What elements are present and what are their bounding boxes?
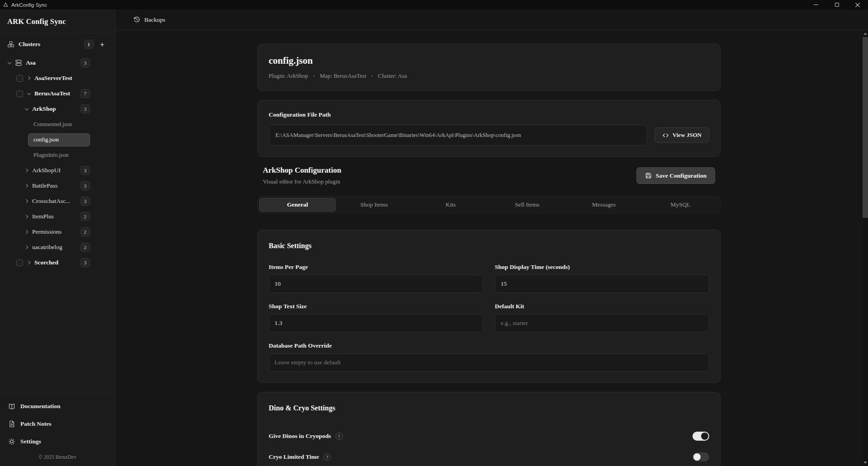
field-shop-display-time-seconds: Shop Display Time (seconds)	[495, 264, 709, 293]
sidebar-item-documentation[interactable]: Documentation	[5, 397, 109, 415]
chevron-down-icon[interactable]	[7, 61, 11, 65]
vertical-scrollbar[interactable]	[863, 30, 868, 466]
tree-item-uacatribelog[interactable]: uacatribelog2	[0, 240, 90, 255]
tree-item-arkshopui[interactable]: ArkShopUI3	[0, 163, 90, 178]
chevron-right-icon[interactable]	[24, 169, 28, 173]
boxes-icon	[7, 41, 14, 48]
count-badge: 7	[81, 89, 90, 98]
tab-general[interactable]: General	[259, 198, 336, 212]
dino-cryo-settings-title: Dino & Cryo Settings	[269, 404, 709, 412]
file-meta: Plugin: ArkShop•Map: BerusAsaTest•Cluste…	[269, 72, 709, 80]
file-path-label: Configuration File Path	[269, 111, 709, 118]
close-icon	[855, 3, 860, 7]
tab-kits[interactable]: Kits	[413, 198, 489, 212]
maximize-button[interactable]	[826, 0, 847, 9]
tree-item-crosschatasc[interactable]: CrosschatAsc...3	[0, 193, 90, 209]
sidebar-item-label: Settings	[20, 438, 41, 445]
count-badge: 3	[81, 258, 90, 267]
tab-sell-items[interactable]: Sell Items	[489, 198, 565, 212]
toggle-row-cryo-limited-time: Cryo Limited Time?	[269, 447, 709, 466]
sidebar-item-settings[interactable]: Settings	[5, 433, 109, 450]
database-path-override-input[interactable]	[269, 353, 709, 372]
tree-file-config-json[interactable]: config.json	[0, 132, 90, 147]
tree-item-permissions[interactable]: Permissions2	[0, 224, 90, 240]
gear-icon	[8, 438, 15, 445]
shop-text-size-input[interactable]	[269, 314, 483, 332]
tree-file-commented-json[interactable]: Commented.json	[0, 117, 90, 132]
sidebar-item-patch-notes[interactable]: Patch Notes	[5, 415, 109, 433]
file-text-icon	[8, 420, 15, 428]
tree-item-berusasatest[interactable]: BerusAsaTest7	[0, 86, 90, 101]
cryo-limited-time-toggle[interactable]	[693, 452, 709, 461]
tree-label: Scorched	[34, 259, 58, 266]
tree-checkbox[interactable]	[16, 90, 23, 97]
chevron-down-icon[interactable]	[24, 107, 28, 111]
default-kit-input[interactable]	[495, 314, 709, 332]
scroll-down-arrow-icon[interactable]	[863, 461, 867, 464]
minimize-button[interactable]	[806, 0, 826, 9]
clusters-label: Clusters	[19, 41, 40, 48]
file-path-card: Configuration File Path View JSON	[257, 100, 721, 157]
cluster-tree: Asa3AsaServerTestBerusAsaTest7ArkShop3Co…	[0, 52, 115, 393]
maximize-icon	[835, 3, 839, 7]
count-badge: 2	[81, 243, 90, 251]
field-label: Database Path Override	[269, 342, 709, 349]
content-scroll-area: config.json Plugin: ArkShop•Map: BerusAs…	[115, 30, 868, 466]
chevron-right-icon[interactable]	[24, 199, 28, 203]
field-shop-text-size: Shop Text Size	[269, 303, 483, 332]
items-per-page-input[interactable]	[269, 275, 483, 293]
tree-checkbox[interactable]	[16, 259, 23, 266]
save-configuration-button[interactable]: Save Configuration	[636, 167, 715, 184]
count-badge: 3	[81, 104, 90, 113]
shop-display-time-seconds-input[interactable]	[495, 275, 709, 293]
tree-item-itemplus[interactable]: ItemPlus2	[0, 209, 90, 224]
count-badge: 3	[81, 197, 90, 205]
tab-messages[interactable]: Messages	[565, 198, 642, 212]
field-database-path-override: Database Path Override	[269, 342, 709, 372]
tree-label: Asa	[26, 59, 36, 66]
tree-checkbox[interactable]	[16, 75, 23, 82]
dino-cryo-settings-card: Dino & Cryo Settings Give Dinos in Cryop…	[257, 392, 721, 466]
main-area: Backups config.json Plugin: ArkShop•Map:…	[115, 9, 868, 466]
tree-label: uacatribelog	[32, 244, 62, 251]
help-icon[interactable]: ?	[323, 453, 331, 461]
backups-label: Backups	[144, 16, 166, 24]
add-cluster-button[interactable]: +	[98, 40, 107, 49]
toggle-knob	[693, 453, 701, 461]
field-label: Shop Text Size	[269, 303, 483, 310]
sidebar: ARK Config Sync Clusters 1 + Asa3AsaServ…	[0, 9, 115, 466]
chevron-down-icon[interactable]	[27, 92, 31, 96]
tree-label: config.json	[28, 133, 90, 146]
tab-mysql[interactable]: MySQL	[642, 198, 719, 212]
sidebar-item-label: Patch Notes	[20, 420, 52, 428]
tree-item-asaservertest[interactable]: AsaServerTest	[0, 71, 90, 86]
tree-file-plugininfo-json[interactable]: PluginInfo.json	[0, 147, 90, 163]
tree-label: PluginInfo.json	[28, 149, 90, 162]
tree-item-battlepass[interactable]: BattlePass3	[0, 178, 90, 193]
chevron-right-icon[interactable]	[24, 215, 28, 219]
config-section-header: ArkShop Configuration Visual editor for …	[263, 166, 715, 185]
help-icon[interactable]: ?	[336, 433, 343, 440]
tree-item-arkshop[interactable]: ArkShop3	[0, 101, 90, 117]
close-button[interactable]	[847, 0, 868, 9]
chevron-right-icon[interactable]	[24, 230, 28, 234]
scrollbar-thumb[interactable]	[863, 37, 868, 218]
field-items-per-page: Items Per Page	[269, 264, 483, 293]
give-dinos-in-cryopods-toggle[interactable]	[693, 432, 709, 441]
basic-settings-title: Basic Settings	[269, 242, 709, 250]
tree-item-scorched[interactable]: Scorched3	[0, 255, 90, 270]
meta-item: Cluster: Asa	[378, 72, 407, 80]
file-path-input[interactable]	[269, 125, 647, 146]
meta-separator: •	[313, 73, 315, 79]
chevron-right-icon[interactable]	[24, 184, 28, 188]
count-badge: 2	[81, 227, 90, 236]
backups-button[interactable]: Backups	[129, 14, 170, 26]
chevron-right-icon[interactable]	[27, 76, 31, 80]
view-json-button[interactable]: View JSON	[655, 127, 709, 143]
chevron-right-icon[interactable]	[24, 245, 28, 249]
tree-item-asa[interactable]: Asa3	[0, 55, 90, 71]
tab-shop-items[interactable]: Shop Items	[336, 198, 412, 212]
tree-label: BattlePass	[32, 182, 57, 189]
scroll-up-arrow-icon[interactable]	[863, 33, 867, 35]
chevron-right-icon[interactable]	[27, 261, 31, 265]
